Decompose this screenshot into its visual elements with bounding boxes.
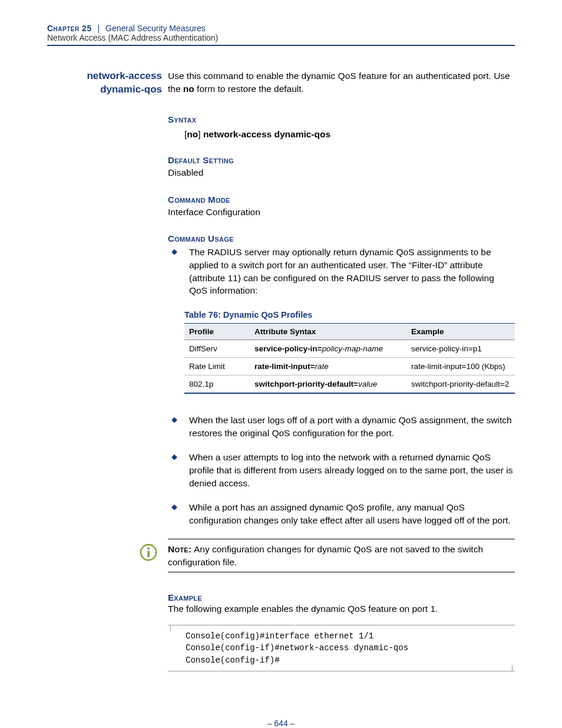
command-mode-value: Interface Configuration	[168, 206, 515, 219]
usage-bullet: While a port has an assigned dynamic QoS…	[168, 501, 515, 526]
example-intro: The following example enables the dynami…	[168, 604, 515, 614]
table-row: Rate Limit rate-limit-input=rate rate-li…	[184, 358, 515, 375]
default-setting-value: Disabled	[168, 166, 515, 179]
syntax-heading: Syntax	[168, 114, 515, 124]
cell-profile: DiffServ	[184, 340, 250, 358]
header-line-1: Chapter 25 | General Security Measures	[47, 24, 515, 33]
table-row: 802.1p switchport-priority-default=value…	[184, 375, 515, 394]
cell-example: rate-limit-input=100 (Kbps)	[406, 358, 515, 375]
code-block: Console(config)#interface ethernet 1/1 C…	[168, 625, 515, 671]
usage-bullet: When the last user logs off of a port wi…	[168, 414, 515, 439]
page-number: – 644 –	[47, 719, 515, 728]
info-icon	[140, 543, 157, 561]
section-title: General Security Measures	[105, 24, 206, 33]
cell-profile: Rate Limit	[184, 358, 250, 375]
command-block: network-access dynamic-qos Use this comm…	[47, 70, 515, 97]
note-label: Note:	[168, 544, 191, 554]
note-block: Note: Any configuration changes for dyna…	[168, 539, 515, 572]
command-name-line1: network-access	[87, 70, 162, 81]
cell-profile: 802.1p	[184, 375, 250, 394]
default-setting-heading: Default Setting	[168, 155, 515, 165]
table-row: DiffServ service-policy-in=policy-map-na…	[184, 340, 515, 358]
syntax-line: [no] network-access dynamic-qos	[184, 129, 515, 140]
cell-example: service-policy-in=p1	[406, 340, 515, 358]
table-header-row: Profile Attribute Syntax Example	[184, 324, 515, 340]
svg-rect-2	[147, 551, 149, 557]
table-caption: Table 76: Dynamic QoS Profiles	[184, 310, 515, 319]
command-usage-heading: Command Usage	[168, 233, 515, 243]
command-name: network-access dynamic-qos	[47, 70, 168, 97]
command-mode-heading: Command Mode	[168, 195, 515, 205]
cell-attr: service-policy-in=policy-map-name	[250, 340, 406, 358]
usage-bullet-1: The RADIUS server may optionally return …	[168, 246, 515, 297]
note-rule-bottom	[168, 572, 515, 572]
qos-profiles-table: Profile Attribute Syntax Example DiffSer…	[184, 323, 515, 394]
example-heading: Example	[168, 592, 515, 602]
cell-attr: switchport-priority-default=value	[250, 375, 406, 394]
header-separator: |	[98, 24, 100, 33]
usage-bullet: When a user attempts to log into the net…	[168, 451, 515, 489]
header-subsection: Network Access (MAC Address Authenticati…	[47, 33, 515, 42]
cell-attr: rate-limit-input=rate	[250, 358, 406, 375]
chapter-label: Chapter 25	[47, 24, 92, 33]
usage-list-1: The RADIUS server may optionally return …	[168, 246, 515, 297]
th-attr-syntax: Attribute Syntax	[250, 324, 406, 340]
svg-point-1	[147, 547, 150, 549]
page-header: Chapter 25 | General Security Measures N…	[47, 24, 515, 46]
usage-list-2: When the last user logs off of a port wi…	[168, 414, 515, 527]
cell-example: switchport-priority-default=2	[406, 375, 515, 394]
th-example: Example	[406, 324, 515, 340]
note-text: Note: Any configuration changes for dyna…	[168, 539, 515, 572]
command-description: Use this command to enable the dynamic Q…	[168, 70, 515, 95]
command-name-line2: dynamic-qos	[100, 84, 162, 95]
th-profile: Profile	[184, 324, 250, 340]
